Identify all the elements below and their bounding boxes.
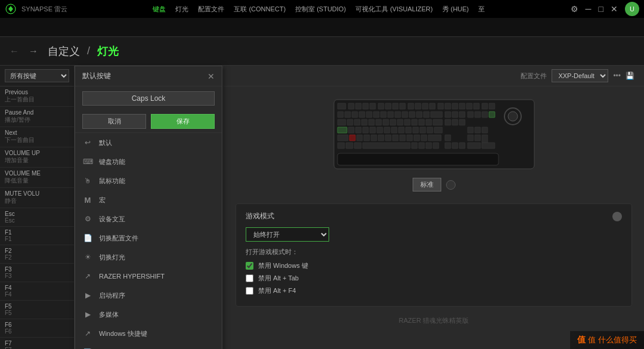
- forward-button[interactable]: →: [29, 46, 38, 57]
- menu-item-launch[interactable]: ▶ 启动程序: [75, 286, 222, 305]
- svg-rect-42: [482, 112, 488, 118]
- maximize-button[interactable]: □: [599, 4, 603, 14]
- avatar[interactable]: U: [625, 2, 639, 16]
- svg-rect-61: [338, 127, 347, 133]
- nav-more[interactable]: 至: [478, 5, 485, 14]
- svg-rect-31: [395, 112, 401, 118]
- svg-rect-41: [475, 112, 481, 118]
- right-content: 配置文件 XXP-Default ••• 💾: [224, 66, 644, 349]
- menu-item-keyboard[interactable]: ⌨ 键盘功能: [75, 152, 222, 171]
- sidebar-item-previous[interactable]: Previous 上一首曲目: [0, 87, 74, 107]
- nav-hue[interactable]: 秀 (HUE): [442, 5, 469, 14]
- nav-connect[interactable]: 互联 (CONNECT): [234, 5, 286, 14]
- svg-rect-82: [371, 135, 377, 141]
- disable-windows-key-checkbox[interactable]: [246, 262, 253, 270]
- cancel-button[interactable]: 取消: [82, 114, 146, 129]
- key-config-dropdown: 默认按键 ✕ Caps Lock 取消 保存 ↩ 默认 ⌨ 键盘功能 🖱 鼠标功…: [75, 66, 222, 349]
- nav-visualizer[interactable]: 可视化工具 (VISUALIZER): [355, 5, 433, 14]
- svg-rect-20: [473, 103, 479, 109]
- sidebar-item-f2[interactable]: F2 F2: [0, 245, 74, 264]
- titlebar-nav: 键盘 灯光 配置文件 互联 (CONNECT) 控制室 (STUDIO) 可视化…: [153, 5, 485, 14]
- sidebar-item-volup[interactable]: VOLUME UP 增加音量: [0, 147, 74, 168]
- disable-alt-tab-checkbox[interactable]: [246, 274, 253, 282]
- subtitle-label: 灯光: [97, 44, 119, 58]
- tabbar: [0, 18, 644, 37]
- settings-icon[interactable]: ⚙: [571, 4, 578, 14]
- mode-circle-button[interactable]: [446, 180, 456, 190]
- svg-rect-55: [419, 119, 425, 125]
- config-file-select[interactable]: XXP-Default: [552, 69, 608, 82]
- sidebar-item-f7[interactable]: F7 F7: [0, 338, 74, 349]
- sidebar-item-next[interactable]: Next 下一首曲目: [0, 127, 74, 147]
- sidebar-item-voldown[interactable]: VOLUME ME 降低音量: [0, 168, 74, 188]
- caps-lock-button[interactable]: Caps Lock: [82, 91, 215, 106]
- menu-item-device[interactable]: ⚙ 设备文互: [75, 209, 222, 228]
- svg-rect-70: [405, 127, 411, 133]
- game-mode-select[interactable]: 始终打开 手动 关闭: [246, 227, 329, 242]
- close-button[interactable]: ✕: [611, 4, 618, 14]
- save-button[interactable]: 保存: [151, 114, 215, 129]
- svg-rect-25: [352, 112, 358, 118]
- menu-item-text[interactable]: 📝 文本功能: [75, 343, 222, 349]
- sidebar-item-f3[interactable]: F3 F3: [0, 264, 74, 282]
- title-label: 自定义: [48, 44, 80, 58]
- game-mode-toggle[interactable]: [612, 212, 622, 221]
- svg-rect-75: [467, 127, 473, 133]
- config-more-button[interactable]: •••: [613, 72, 621, 80]
- mouse-icon: 🖱: [82, 175, 93, 186]
- nav-config[interactable]: 配置文件: [198, 5, 224, 14]
- svg-rect-89: [421, 135, 427, 141]
- svg-rect-4: [355, 103, 361, 109]
- standard-mode-button[interactable]: 标准: [413, 178, 441, 192]
- minimize-button[interactable]: ─: [586, 4, 592, 14]
- sidebar-item-mute[interactable]: MUTE VOLU 静音: [0, 188, 74, 208]
- watermark-text: 值 什么值得买: [588, 335, 637, 345]
- svg-rect-92: [467, 135, 473, 141]
- key-filter-select[interactable]: 所有按键: [5, 69, 69, 82]
- svg-rect-63: [355, 127, 361, 133]
- launch-icon: ▶: [82, 290, 93, 301]
- hypershift-icon: ↗: [82, 271, 93, 282]
- keyboard-icon: ⌨: [82, 156, 93, 167]
- disable-alt-f4-checkbox[interactable]: [246, 287, 253, 295]
- titlebar-left: SYNAPSE 雷云: [5, 3, 67, 15]
- svg-rect-95: [338, 143, 345, 149]
- sidebar-item-pause[interactable]: Pause And 播放/暂停: [0, 107, 74, 127]
- svg-point-109: [508, 112, 518, 121]
- menu-item-macro[interactable]: M 宏: [75, 190, 222, 209]
- menu-item-switch-config[interactable]: 📄 切换配置文件: [75, 228, 222, 248]
- menu-item-media[interactable]: ▶ 多媒体: [75, 305, 222, 324]
- svg-rect-43: [489, 112, 495, 118]
- sidebar-item-f6[interactable]: F6 F6: [0, 319, 74, 338]
- mode-selector: 标准: [413, 178, 456, 192]
- title-separator: /: [87, 45, 90, 57]
- svg-rect-60: [459, 119, 465, 125]
- sidebar-item-f1[interactable]: F1 F1: [0, 227, 74, 245]
- sidebar-item-esc[interactable]: Esc Esc: [0, 208, 74, 227]
- svg-rect-85: [392, 135, 398, 141]
- keyboard-visualization: 标准: [224, 87, 644, 203]
- svg-rect-45: [347, 119, 353, 125]
- svg-rect-38: [452, 112, 458, 118]
- menu-item-hypershift[interactable]: ↗ RAZER HYPERSHIFT: [75, 267, 222, 286]
- nav-lighting[interactable]: 灯光: [175, 5, 188, 14]
- sidebar-item-f5[interactable]: F5 F5: [0, 301, 74, 319]
- svg-rect-51: [390, 119, 396, 125]
- menu-item-windows-shortcut[interactable]: ↗ Windows 快捷键: [75, 324, 222, 343]
- nav-studio[interactable]: 控制室 (STUDIO): [295, 5, 346, 14]
- menu-item-switch-light[interactable]: ☀ 切换灯光: [75, 248, 222, 267]
- svg-rect-93: [475, 135, 481, 141]
- menu-item-mouse[interactable]: 🖱 鼠标功能: [75, 171, 222, 190]
- nav-keyboard[interactable]: 键盘: [153, 5, 166, 14]
- config-key-display: Caps Lock: [75, 87, 222, 110]
- menu-item-default[interactable]: ↩ 默认: [75, 133, 222, 152]
- sidebar-item-f4[interactable]: F4 F4: [0, 282, 74, 301]
- svg-rect-3: [348, 103, 354, 109]
- dropdown-close-button[interactable]: ✕: [208, 72, 215, 81]
- config-save-button[interactable]: 💾: [626, 72, 634, 80]
- sidebar-filter: 所有按键: [0, 66, 74, 87]
- menu-item-default-label: 默认: [99, 138, 112, 147]
- svg-rect-50: [383, 119, 389, 125]
- back-button[interactable]: ←: [10, 46, 19, 57]
- svg-rect-71: [413, 127, 419, 133]
